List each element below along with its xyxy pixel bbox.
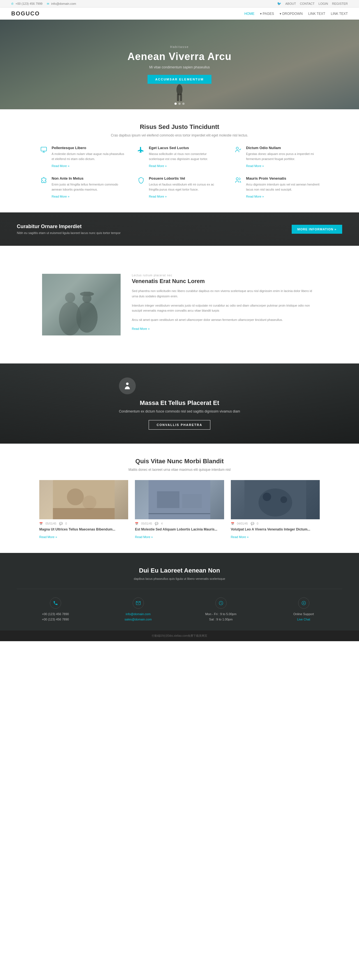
feature-5-link[interactable]: Read More [149, 195, 167, 198]
footer-email-1[interactable]: info@domain.com [126, 612, 151, 616]
footer: Dui Eu Laoreet Aenean Non dapibus lacus … [0, 553, 359, 641]
svg-rect-2 [177, 94, 179, 101]
blog-image-2 [135, 480, 224, 519]
blog-comments-2: 4 [161, 522, 163, 525]
blog-image-inner-3 [231, 480, 320, 519]
blog-meta-1: 📅 05/01/45 💬 0 [39, 522, 128, 525]
footer-support-1: Online Support [265, 611, 342, 617]
blog-read-more-1[interactable]: Read More [39, 535, 57, 539]
footer-support-2[interactable]: Live Chat [297, 618, 310, 621]
footer-widget-email: info@domain.com sales@domain.com [100, 597, 177, 622]
nav-dropdown[interactable]: ▾ DROPDOWN [280, 12, 303, 16]
shield-icon [137, 177, 145, 186]
hero-dot-3[interactable] [182, 103, 185, 105]
footer-widget-phone: +00 (123) 456 7890 +00 (123) 456 7890 [17, 597, 94, 622]
svg-rect-4 [41, 147, 46, 151]
svg-rect-3 [180, 94, 182, 101]
svg-point-8 [236, 178, 238, 180]
svg-rect-22 [157, 491, 180, 508]
svg-point-7 [236, 147, 238, 150]
feature-1-link[interactable]: Read More [52, 164, 70, 168]
feature-4: Non Ante In Metus Enim justo at fringill… [39, 176, 125, 199]
nav-home[interactable]: HOME [244, 12, 254, 16]
topbar-about[interactable]: ABOUT [285, 2, 296, 5]
blog-meta-3: 📅 04/01/45 💬 0 [231, 522, 320, 525]
puzzle-icon [39, 177, 48, 186]
nav-links: HOME ▾ PAGES ▾ DROPDOWN LINK TEXT LINK T… [244, 12, 348, 16]
hero-dots [174, 103, 185, 105]
blog-header: Quis Vitae Nunc Morbi Blandit Mattis don… [17, 458, 342, 472]
blog-post-1: 📅 05/01/45 💬 0 Magna Ut Ultrices Tellus … [39, 480, 128, 539]
blog-description: Mattis donec et laoreet urna vitae maxim… [95, 468, 264, 472]
logo: BOGUCO [11, 10, 40, 17]
feature-3-content: Dictum Odio Nullam Egestas donec aliquam… [246, 146, 320, 168]
topbar-email: ✉ info@domain.com [47, 2, 76, 5]
blog-title: Quis Vitae Nunc Morbi Blandit [17, 458, 342, 465]
footer-widget-support: Online Support Live Chat [265, 597, 342, 622]
feature-6-link[interactable]: Read More [246, 195, 264, 198]
dark-banner-button[interactable]: MORE INFORMATION [292, 225, 342, 234]
blog-comment-icon-2: 💬 [155, 522, 158, 525]
blog-image-inner-2 [135, 480, 224, 519]
footer-title: Dui Eu Laoreet Aenean Non [17, 567, 342, 574]
hero-dot-2[interactable] [179, 103, 180, 105]
plane-icon [137, 146, 145, 155]
nav-pages[interactable]: ▾ PAGES [260, 12, 274, 16]
blog-date-2: 05/01/45 [141, 522, 152, 525]
blog-post-title-2: Est Molestie Sed Aliquam Lobortis Lacini… [135, 527, 224, 532]
svg-point-19 [83, 495, 96, 509]
feature-6-content: Mauris Proin Venenatis Arcu dignissim in… [246, 176, 320, 199]
feature-4-link[interactable]: Read More [52, 195, 70, 198]
feature-1-title: Pellentesque Libero [52, 146, 125, 150]
svg-point-18 [67, 488, 84, 505]
footer-widget-hours: Mon - Fri : 9 to 5.00pm Sat : 9 to 1.00p… [182, 597, 259, 622]
topbar-register[interactable]: REGISTER [332, 2, 348, 5]
nav-link1[interactable]: LINK TEXT [308, 12, 325, 16]
hero-description: Mi vitae condimentum sapien phaseullus [127, 65, 231, 69]
dark-cta-button[interactable]: CONVALLIS PHARETRA [148, 420, 211, 430]
content-image-inner [42, 274, 121, 336]
feature-3-title: Dictum Odio Nullam [246, 146, 320, 150]
hero-section: Habitasse Aenean Viverra Arcu Mi vitae c… [0, 20, 359, 109]
dark-cta-title: Massa Et Tellus Placerat Et [119, 399, 240, 407]
navbar: BOGUCO HOME ▾ PAGES ▾ DROPDOWN LINK TEXT… [0, 8, 359, 20]
feature-5-text: Lectus et faubus vestibulum elit mi curs… [149, 182, 223, 192]
svg-point-11 [65, 293, 75, 303]
footer-copyright: 行動端UI社区bbs.xieliao.com免费下载美网页 [152, 634, 207, 637]
footer-clock-icon [215, 597, 227, 609]
feature-2-link[interactable]: Read More [149, 164, 167, 168]
content-read-more[interactable]: Read More [132, 327, 150, 330]
blog-calendar-icon-1: 📅 [39, 522, 43, 525]
feature-3-link[interactable]: Read More [246, 164, 264, 168]
email-icon: ✉ [47, 2, 49, 5]
content-section: Lectus rutrum placerat nec Venenatis Era… [25, 260, 334, 350]
blog-read-more-3[interactable]: Read More [231, 535, 249, 539]
blog-date-3: 04/01/45 [237, 522, 248, 525]
hero-cta-button[interactable]: ACCUMSAR ELEMENTUM [148, 75, 212, 84]
footer-hours-1: Mon - Fri : 9 to 5.00pm [182, 611, 259, 617]
features-section: Risus Sed Justo Tinciduntt Cras dapibus … [0, 109, 359, 212]
hero-dot-1[interactable] [174, 103, 177, 105]
feature-6: Mauris Proin Venenatis Arcu dignissim in… [234, 176, 320, 199]
feature-5-content: Posuere Lobortis Vel Lectus et faubus ve… [149, 176, 223, 199]
feature-1-text: A molestie dictum nulam vitae augue nula… [52, 152, 125, 161]
features-grid: Pellentesque Libero A molestie dictum nu… [39, 146, 320, 199]
blog-comments-1: 0 [65, 522, 67, 525]
footer-email-2[interactable]: sales@domain.com [124, 618, 152, 621]
hero-content: Habitasse Aenean Viverra Arcu Mi vitae c… [127, 45, 231, 84]
content-label: Lectus rutrum placerat nec [132, 274, 317, 277]
blog-calendar-icon-2: 📅 [135, 522, 138, 525]
feature-5-title: Posuere Lobortis Vel [149, 176, 223, 180]
topbar-right: 🐦 ABOUT CONTACT LOGIN REGISTER [277, 2, 348, 6]
blog-post-title-3: Volutpat Leo A Viverra Venenatis Integer… [231, 527, 320, 532]
dark-cta-description: Condimentum ex dictum fusce commodo nisl… [119, 409, 240, 414]
footer-bottom: 行動端UI社区bbs.xieliao.com免费下载美网页 [0, 630, 359, 641]
topbar-login[interactable]: LOGIN [319, 2, 328, 5]
topbar-contact[interactable]: CONTACT [300, 2, 314, 5]
blog-read-more-2[interactable]: Read More [135, 535, 153, 539]
content-para-2: Interdum integer vestibulum venenatis ju… [132, 303, 317, 313]
footer-email-icon [132, 597, 144, 609]
monitor-icon [39, 146, 48, 155]
footer-widgets: +00 (123) 456 7890 +00 (123) 456 7890 in… [17, 597, 342, 630]
nav-link2[interactable]: LINK TEXT [331, 12, 348, 16]
